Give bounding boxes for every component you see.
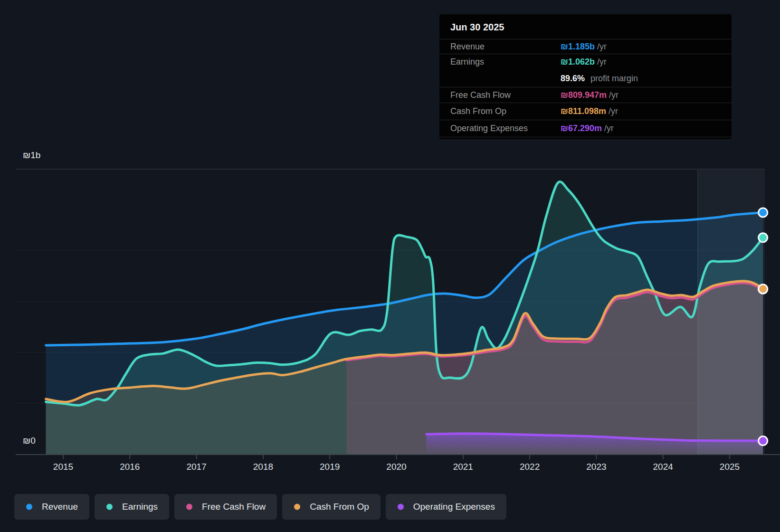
tooltip-row-fcf: Free Cash Flow ₪809.947m /yr — [439, 87, 732, 103]
legend-item-revenue[interactable]: Revenue — [14, 494, 89, 520]
endpoint-marker-opex — [759, 437, 768, 446]
profit-margin-label: profit margin — [590, 74, 638, 84]
tooltip-suffix-earnings: /yr — [595, 57, 607, 66]
x-axis-year-2022: 2022 — [520, 462, 540, 472]
tooltip-suffix-fcf: /yr — [607, 90, 618, 100]
tooltip-value-earnings: ₪1.062b — [561, 57, 595, 66]
legend-item-cashop[interactable]: Cash From Op — [282, 494, 380, 520]
tooltip-value-cashop: ₪811.098m — [561, 106, 606, 116]
tooltip-suffix-opex: /yr — [602, 124, 614, 133]
endpoint-marker-earnings — [759, 233, 768, 242]
x-axis-year-2018: 2018 — [253, 462, 273, 472]
tooltip-date: Jun 30 2025 — [439, 14, 732, 39]
opex-color-dot-icon — [398, 504, 404, 510]
x-axis-year-2024: 2024 — [653, 462, 673, 472]
tooltip-row-opex: Operating Expenses ₪67.290m /yr — [439, 120, 732, 137]
x-axis-year-2017: 2017 — [186, 462, 206, 472]
x-axis-year-2023: 2023 — [586, 462, 606, 472]
x-axis-year-2020: 2020 — [386, 462, 406, 472]
x-axis-year-2021: 2021 — [453, 462, 473, 472]
legend-label-fcf: Free Cash Flow — [202, 502, 266, 512]
tooltip-label-cashop: Cash From Op — [450, 106, 506, 116]
tooltip-value-opex: ₪67.290m — [561, 124, 602, 133]
chart-legend: RevenueEarningsFree Cash FlowCash From O… — [14, 494, 506, 520]
x-axis-year-2019: 2019 — [320, 462, 340, 472]
tooltip-label-revenue: Revenue — [450, 42, 485, 52]
tooltip-suffix-cashop: /yr — [606, 106, 618, 116]
x-axis-year-2025: 2025 — [720, 462, 740, 472]
y-axis-label-zero: ₪0 — [23, 436, 36, 446]
tooltip-label-opex: Operating Expenses — [450, 124, 528, 133]
legend-label-cashop: Cash From Op — [310, 502, 369, 512]
tooltip-panel: Jun 30 2025 Revenue ₪1.185b /yr Earnings… — [439, 14, 732, 139]
tooltip-value-fcf: ₪809.947m — [561, 90, 607, 100]
revenue-color-dot-icon — [26, 504, 32, 510]
legend-label-opex: Operating Expenses — [413, 502, 495, 512]
endpoint-marker-cashop — [759, 285, 768, 294]
x-axis-year-2016: 2016 — [120, 462, 140, 472]
legend-label-revenue: Revenue — [42, 502, 78, 512]
tooltip-label-fcf: Free Cash Flow — [450, 90, 511, 100]
tooltip-row-profit-margin: 89.6% profit margin — [439, 70, 732, 87]
tooltip-row-earnings: Earnings ₪1.062b /yr — [439, 54, 732, 70]
chart-page: { "tooltip": { "date": "Jun 30 2025", "r… — [0, 0, 780, 532]
legend-item-opex[interactable]: Operating Expenses — [386, 494, 506, 520]
tooltip-label-earnings: Earnings — [450, 57, 484, 67]
legend-item-earnings[interactable]: Earnings — [95, 494, 169, 520]
tooltip-row-cashop: Cash From Op ₪811.098m /yr — [439, 103, 732, 120]
fcf-color-dot-icon — [186, 504, 192, 510]
x-axis-year-2015: 2015 — [53, 462, 73, 472]
tooltip-suffix-revenue: /yr — [595, 42, 607, 51]
legend-item-fcf[interactable]: Free Cash Flow — [174, 494, 277, 520]
legend-label-earnings: Earnings — [122, 502, 158, 512]
endpoint-marker-revenue — [759, 208, 768, 217]
tooltip-row-revenue: Revenue ₪1.185b /yr — [439, 39, 732, 54]
profit-margin-value: 89.6% — [561, 74, 585, 84]
y-axis-label-top: ₪1b — [23, 150, 40, 161]
cashop-color-dot-icon — [294, 504, 300, 510]
tooltip-value-revenue: ₪1.185b — [561, 42, 595, 51]
earnings-color-dot-icon — [106, 504, 113, 510]
